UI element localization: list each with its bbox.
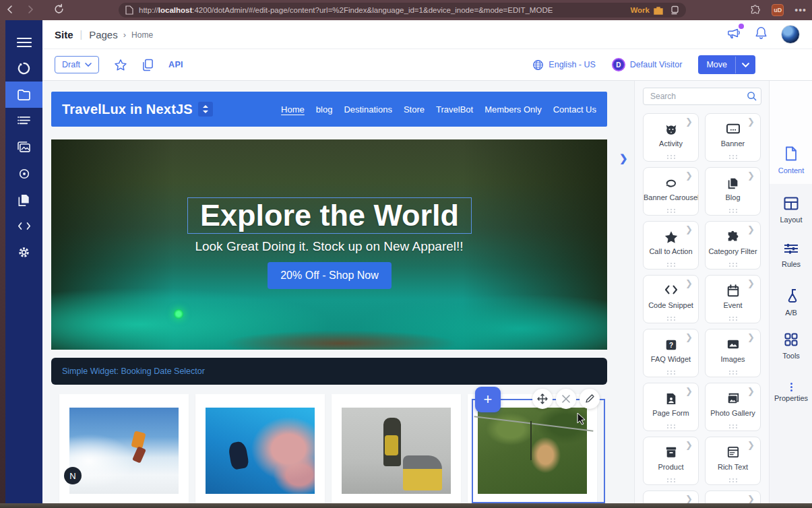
tab-tools[interactable]: Tools	[770, 333, 812, 360]
palette-item-faq-widget[interactable]: ❯ ? FAQ Widget	[643, 329, 699, 377]
tab-label: Layout	[770, 216, 812, 224]
sidebar-item-code[interactable]	[5, 213, 42, 239]
palette-item-photo-gallery[interactable]: ❯ Photo Gallery	[705, 383, 761, 431]
extensions-puzzle-icon[interactable]	[749, 5, 761, 16]
nav-link-home[interactable]: Home	[281, 104, 305, 115]
drag-handle-icon[interactable]	[667, 209, 668, 210]
palette-item-code-snippet[interactable]: ❯ Code Snippet	[643, 275, 699, 323]
site-brand[interactable]: TravelLux in NextJS	[62, 102, 193, 117]
palette-item-images[interactable]: ❯ Images	[705, 329, 761, 377]
menu-toggle-icon[interactable]	[5, 29, 42, 55]
app-header: Site | Pages › Home	[42, 20, 812, 49]
palette-item-product[interactable]: ❯ Product	[643, 437, 699, 485]
palette-search[interactable]	[643, 88, 761, 105]
drag-handle-icon[interactable]	[667, 424, 668, 426]
copy-page-icon[interactable]	[142, 59, 154, 71]
nav-link-members-only[interactable]: Members Only	[485, 104, 542, 115]
page-status-dropdown[interactable]: Draft	[55, 56, 99, 73]
language-selector[interactable]: English - US	[532, 59, 595, 71]
api-link[interactable]: API	[168, 60, 183, 69]
browser-forward-icon[interactable]	[20, 4, 40, 17]
booking-widget-bar[interactable]: Simple Widget: Booking Date Selector	[51, 358, 607, 385]
drag-handle-icon[interactable]	[667, 263, 668, 264]
content-card-snowmobile[interactable]	[332, 394, 461, 503]
nav-link-travelbot[interactable]: TravelBot	[436, 104, 473, 115]
content-card-ski[interactable]: N	[59, 394, 189, 503]
palette-item-call-to-action[interactable]: ❯ Call to Action	[643, 221, 699, 269]
user-avatar[interactable]	[781, 25, 800, 44]
edit-content-button[interactable]	[580, 389, 600, 409]
palette-item-banner[interactable]: ❯ Banner	[705, 113, 761, 162]
page-doc-icon	[125, 5, 133, 15]
nav-link-blog[interactable]: blog	[316, 104, 333, 115]
palette-item-partial[interactable]: ❯	[643, 490, 699, 503]
notifications-bell-icon[interactable]	[755, 26, 768, 42]
breadcrumb-section[interactable]: Pages	[89, 29, 118, 40]
chevron-right-icon[interactable]: ❯	[685, 494, 693, 503]
palette-item-partial[interactable]: ❯	[705, 490, 761, 503]
extension-badge-icon[interactable]: uD	[772, 4, 784, 16]
hero-title-selection[interactable]: Explore the World	[187, 197, 472, 234]
palette-item-category-filter[interactable]: ❯ Category Filter	[705, 221, 761, 269]
sidebar-item-media[interactable]	[5, 134, 42, 160]
browser-menu-icon[interactable]: •••	[794, 5, 807, 15]
palette-item-activity[interactable]: ❯ Activity	[643, 113, 699, 162]
drag-handle-icon[interactable]	[729, 424, 730, 426]
drag-handle-icon[interactable]	[729, 263, 730, 264]
drag-handle-icon[interactable]	[667, 155, 668, 156]
palette-collapse-chevron-icon[interactable]: ❯	[619, 152, 628, 164]
drag-move-button[interactable]	[532, 389, 553, 409]
tab-label: Content	[770, 166, 812, 174]
search-icon	[747, 91, 757, 101]
move-button-label[interactable]: Move	[698, 55, 735, 74]
chevron-right-icon[interactable]: ❯	[747, 494, 755, 503]
move-chevron-icon[interactable]	[735, 57, 755, 73]
drag-handle-icon[interactable]	[729, 478, 730, 480]
palette-item-label: Rich Text	[706, 463, 760, 471]
breadcrumb-site[interactable]: Site	[55, 29, 73, 40]
nav-link-contact-us[interactable]: Contact Us	[553, 104, 596, 115]
nav-link-store[interactable]: Store	[404, 104, 425, 115]
sidebar-item-pages-copy[interactable]	[5, 187, 42, 213]
profile-label[interactable]: Work	[630, 6, 650, 14]
browser-back-icon[interactable]	[0, 4, 20, 17]
sidebar-item-experiments[interactable]	[5, 160, 42, 187]
breadcrumb-page[interactable]: Home	[131, 30, 153, 40]
palette-item-event[interactable]: ❯ Event	[705, 275, 761, 323]
move-split-button[interactable]: Move	[698, 55, 755, 74]
add-content-button[interactable]: +	[475, 387, 501, 412]
tab-properties[interactable]: Properties	[770, 381, 812, 402]
hero-cta-button[interactable]: 20% Off - Shop Now	[268, 262, 392, 289]
announcements-megaphone-icon[interactable]	[726, 26, 741, 42]
search-input[interactable]	[643, 88, 761, 105]
drag-handle-icon[interactable]	[729, 317, 730, 318]
drag-handle-icon[interactable]	[729, 209, 730, 210]
tab-rules[interactable]: Rules	[770, 243, 812, 268]
palette-item-page-form[interactable]: ❯ Page Form	[643, 383, 699, 431]
content-card-diving[interactable]	[195, 394, 325, 503]
nav-link-destinations[interactable]: Destinations	[344, 104, 392, 115]
favorite-star-icon[interactable]	[114, 59, 127, 71]
drag-handle-icon[interactable]	[667, 371, 668, 372]
palette-item-blog[interactable]: ❯ Blog	[705, 167, 761, 216]
tab-search-icon[interactable]	[670, 5, 679, 15]
address-bar[interactable]: http://localhost:4200/dotAdmin/#/edit-pa…	[119, 3, 686, 18]
sidebar-item-settings-gear-icon[interactable]	[5, 239, 42, 265]
persona-selector[interactable]: D Default Visitor	[612, 58, 683, 71]
drag-handle-icon[interactable]	[667, 317, 668, 318]
blog-pages-icon	[706, 177, 760, 190]
palette-item-banner-carousel[interactable]: ❯ Banner Carousel	[643, 167, 699, 216]
tab-content[interactable]: Content	[770, 138, 812, 183]
drag-handle-icon[interactable]	[729, 371, 730, 372]
sidebar-item-content[interactable]	[5, 108, 42, 134]
drag-handle-icon[interactable]	[729, 155, 730, 156]
palette-item-rich-text[interactable]: ❯ Rich Text	[705, 437, 761, 485]
remove-content-button[interactable]	[556, 389, 576, 409]
sidebar-item-site-browser[interactable]	[5, 82, 42, 108]
tab-ab-testing[interactable]: A/B	[770, 288, 812, 317]
dotcms-logo-icon[interactable]	[5, 55, 42, 82]
drag-handle-icon[interactable]	[667, 478, 668, 480]
brand-sort-icon[interactable]	[198, 102, 213, 117]
tab-layout[interactable]: Layout	[770, 197, 812, 224]
browser-reload-icon[interactable]	[49, 3, 69, 17]
